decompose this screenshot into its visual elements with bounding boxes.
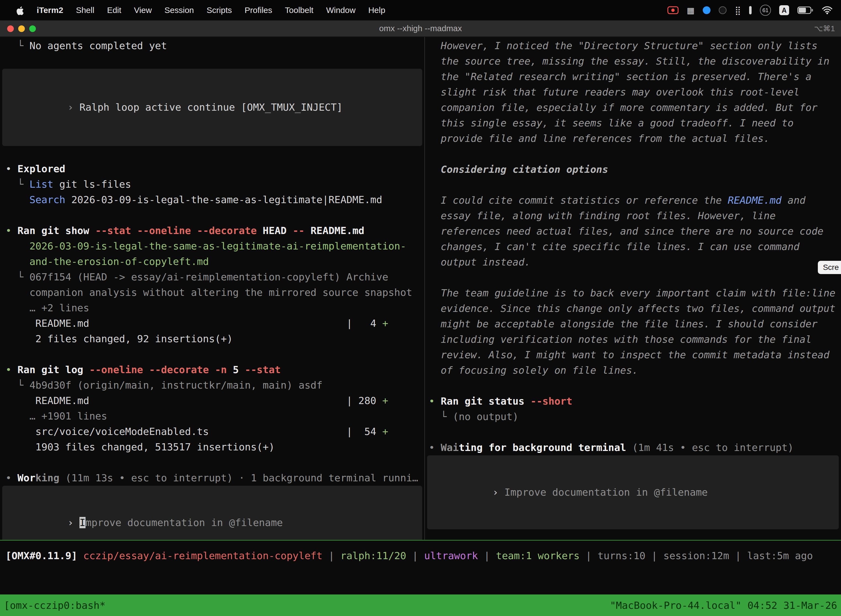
menu-session[interactable]: Session xyxy=(158,6,200,15)
close-button[interactable] xyxy=(7,25,14,32)
tmux-session-label: [omx-cczip0:bash* xyxy=(4,600,105,611)
menu-shell[interactable]: Shell xyxy=(70,6,101,15)
menu-edit[interactable]: Edit xyxy=(101,6,128,15)
right-prompt-input[interactable]: › Improve documentation in @filename xyxy=(427,455,839,529)
terminal-line: The team guideline is to back every impo… xyxy=(429,285,841,301)
terminal-line: README.md | 4 + xyxy=(6,316,424,331)
terminal-line: [OMX#0.11.9] cczip/essay/ai-reimplementa… xyxy=(6,548,841,563)
menu-bar-left: iTerm2 Shell Edit View Session Scripts P… xyxy=(0,5,391,15)
terminal-line: 2026-03-09-is-legal-the-same-as-legitima… xyxy=(6,238,424,254)
left-pane[interactable]: └ No agents completed yet › Ralph loop a… xyxy=(0,37,424,540)
window-controls xyxy=(7,25,36,32)
terminal-line: However, I noticed the "Directory Struct… xyxy=(429,38,841,54)
menu-profiles[interactable]: Profiles xyxy=(238,6,278,15)
menu-toolbelt[interactable]: Toolbelt xyxy=(279,6,320,15)
terminal-line: slight risk that future readers may over… xyxy=(429,84,841,100)
record-dot-icon xyxy=(671,9,675,12)
terminal-line: changes, I can't cite specific file line… xyxy=(429,239,841,254)
ralph-loop-banner: › Ralph loop active continue [OMX_TMUX_I… xyxy=(2,69,422,146)
pane-split: └ No agents completed yet › Ralph loop a… xyxy=(0,37,841,540)
wifi-icon[interactable] xyxy=(822,6,833,15)
menu-help[interactable]: Help xyxy=(362,6,392,15)
terminal-line: • Ran git log --oneline --decorate -n 5 … xyxy=(6,362,424,378)
terminal-line xyxy=(429,146,841,162)
terminal-line: • Waiting for background terminal (1m 41… xyxy=(429,440,841,455)
terminal-line: this single essay, it seems like a good … xyxy=(429,115,841,131)
terminal-line xyxy=(429,177,841,193)
apple-menu-icon[interactable] xyxy=(9,5,30,15)
terminal-line: I could cite commit statistics or refere… xyxy=(429,193,841,208)
right-pane[interactable]: However, I noticed the "Directory Struct… xyxy=(425,37,841,540)
banner-text: Ralph loop active continue [OMX_TMUX_INJ… xyxy=(79,101,343,113)
screen: iTerm2 Shell Edit View Session Scripts P… xyxy=(0,0,841,616)
window-title-bar[interactable]: omx --xhigh --madmax ⌥⌘1 xyxy=(0,21,841,37)
terminal-line: • Ran git status --short xyxy=(429,393,841,409)
terminal-line xyxy=(6,455,424,470)
menu-window[interactable]: Window xyxy=(320,6,362,15)
terminal-line: essay file, along with finding root file… xyxy=(429,208,841,224)
dark-app-icon[interactable] xyxy=(719,6,727,14)
terminal-line: companion analysis without altering the … xyxy=(6,285,424,300)
left-prompt-input[interactable]: › Improve documentation in @filename xyxy=(2,486,422,540)
terminal-line: output instead. xyxy=(429,254,841,270)
terminal-line: • Ran git show --stat --oneline --decora… xyxy=(6,223,424,238)
app-menu[interactable]: iTerm2 xyxy=(30,6,70,15)
minimize-button[interactable] xyxy=(18,25,25,32)
status-divider xyxy=(0,540,841,541)
terminal-line: README.md | 280 + xyxy=(6,393,424,408)
omx-status-bar: [OMX#0.11.9] cczip/essay/ai-reimplementa… xyxy=(0,548,841,563)
battery-percent-gauge[interactable]: 61 xyxy=(760,5,771,16)
terminal-line: • Working (11m 13s • esc to interrupt) ·… xyxy=(6,470,424,486)
prompt-chevron: › xyxy=(492,487,504,498)
terminal-line: src/voice/voiceModeEnabled.ts | 54 + xyxy=(6,424,424,439)
pill-icon[interactable] xyxy=(749,6,752,14)
right-output: However, I noticed the "Directory Struct… xyxy=(429,38,841,455)
left-output: • Explored └ List git ls-files Search 20… xyxy=(6,161,424,486)
battery-icon[interactable] xyxy=(797,6,813,14)
blue-app-icon[interactable] xyxy=(703,6,711,14)
window-shortcut-badge: ⌥⌘1 xyxy=(814,24,835,33)
battery-percent-value: 61 xyxy=(762,7,768,13)
terminal-line: └ 4b9d30f (origin/main, instructkr/main,… xyxy=(6,378,424,393)
menu-scripts[interactable]: Scripts xyxy=(200,6,238,15)
terminal-line xyxy=(6,208,424,223)
banner-prompt: › xyxy=(67,101,79,113)
terminal-line: └ 067f154 (HEAD -> essay/ai-reimplementa… xyxy=(6,269,424,285)
terminal-line: 1903 files changed, 513517 insertions(+) xyxy=(6,439,424,455)
screenshot-edge-button[interactable]: Scre xyxy=(818,261,841,274)
screenshot-edge-label: Scre xyxy=(823,263,839,271)
terminal-line: the source tree, missing the essay. Stil… xyxy=(429,54,841,69)
terminal-line: 2 files changed, 92 insertions(+) xyxy=(6,331,424,347)
input-source-icon[interactable]: A xyxy=(779,5,789,15)
agents-note: └ No agents completed yet xyxy=(6,38,424,54)
window-grid-icon[interactable]: ▦ xyxy=(687,6,694,15)
terminal-line: provide file and line references from th… xyxy=(429,131,841,146)
terminal-line: evidence. Since this change only affects… xyxy=(429,301,841,316)
tmux-status-bar: [omx-cczip0:bash* "MacBook-Pro-44.local"… xyxy=(0,594,841,616)
apple-logo-icon xyxy=(16,5,24,15)
terminal-line: Search 2026-03-09-is-legal-the-same-as-l… xyxy=(6,192,424,208)
prompt-chevron: › xyxy=(67,517,79,528)
menu-bar: iTerm2 Shell Edit View Session Scripts P… xyxy=(0,0,841,21)
screen-recording-icon[interactable] xyxy=(667,6,678,14)
dots-grid-icon[interactable]: ⣿ xyxy=(735,6,741,15)
terminal-line: including verification notes with those … xyxy=(429,332,841,347)
terminal-line: • Explored xyxy=(6,161,424,177)
window-title: omx --xhigh --madmax xyxy=(379,24,462,33)
terminal-line: review. Also, I might want to inspect th… xyxy=(429,347,841,363)
zoom-button[interactable] xyxy=(29,25,36,32)
terminal-line: … +2 lines xyxy=(6,300,424,316)
input-source-label: A xyxy=(782,6,787,14)
terminal-line: companion file, especially if more comme… xyxy=(429,100,841,115)
menu-bar-status-icons: ▦ ⣿ 61 A xyxy=(667,5,841,16)
tmux-host-time: "MacBook-Pro-44.local" 04:52 31-Mar-26 xyxy=(610,600,837,611)
terminal-line: of focusing solely on file lines. xyxy=(429,363,841,378)
terminal-line: and-the-erosion-of-copyleft.md xyxy=(6,254,424,269)
prompt-placeholder: mprove documentation in @filename xyxy=(85,517,283,528)
terminal-line: references need actual files, and since … xyxy=(429,224,841,239)
terminal: └ No agents completed yet › Ralph loop a… xyxy=(0,37,841,616)
prompt-placeholder: Improve documentation in @filename xyxy=(504,487,708,498)
terminal-line: └ (no output) xyxy=(429,409,841,424)
text-cursor: I xyxy=(79,517,85,528)
menu-view[interactable]: View xyxy=(128,6,158,15)
